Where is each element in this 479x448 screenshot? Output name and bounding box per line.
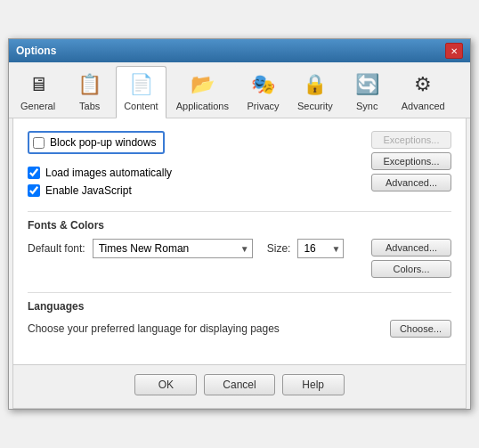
block-popup-row: Block pop-up windows xyxy=(28,131,165,154)
size-select-wrapper: 16 12 14 18 20 ▼ xyxy=(297,239,344,258)
load-images-label: Load images automatically xyxy=(45,167,172,179)
tab-content-label: Content xyxy=(124,101,158,111)
title-bar: Options ✕ xyxy=(9,39,470,62)
tab-privacy[interactable]: 🎭 Privacy xyxy=(239,66,288,118)
fonts-advanced-button[interactable]: Advanced... xyxy=(371,239,451,257)
tab-advanced[interactable]: ⚙ Advanced xyxy=(394,66,453,118)
tab-security-label: Security xyxy=(297,101,333,111)
tab-applications-label: Applications xyxy=(176,101,229,111)
tab-security[interactable]: 🔒 Security xyxy=(289,66,341,118)
checkboxes-group: Block pop-up windows Load images automat… xyxy=(28,131,371,197)
tab-applications[interactable]: 📂 Applications xyxy=(168,66,237,118)
tab-advanced-label: Advanced xyxy=(402,101,445,111)
options-window: Options ✕ 🖥 General 📋 Tabs 📄 Content 📂 A… xyxy=(8,38,471,410)
title-bar-controls: ✕ xyxy=(445,43,463,59)
cancel-button[interactable]: Cancel xyxy=(204,374,274,395)
font-select-wrapper: Times New Roman Arial Helvetica Georgia … xyxy=(93,239,253,258)
advanced-icon: ⚙ xyxy=(409,70,437,99)
exceptions-disabled-button: Exceptions... xyxy=(371,131,451,149)
tab-tabs[interactable]: 📋 Tabs xyxy=(65,66,114,118)
fonts-colors-title: Fonts & Colors xyxy=(28,219,451,232)
size-select[interactable]: 16 12 14 18 20 xyxy=(297,239,344,258)
right-buttons-group: Exceptions... Exceptions... Advanced... xyxy=(371,131,451,191)
languages-row: Choose your preferred language for displ… xyxy=(28,320,451,338)
languages-title: Languages xyxy=(28,300,451,313)
advanced-content-button[interactable]: Advanced... xyxy=(371,174,451,191)
languages-description: Choose your preferred language for displ… xyxy=(28,322,280,335)
exceptions-button[interactable]: Exceptions... xyxy=(371,152,451,170)
font-row: Default font: Times New Roman Arial Helv… xyxy=(28,239,344,258)
window-title: Options xyxy=(16,45,56,57)
fonts-left: Default font: Times New Roman Arial Helv… xyxy=(28,239,344,262)
checkboxes-section: Block pop-up windows Load images automat… xyxy=(28,131,451,197)
colors-button[interactable]: Colors... xyxy=(371,260,451,278)
sync-icon: 🔄 xyxy=(353,70,381,99)
divider2 xyxy=(28,292,451,293)
tab-sync-label: Sync xyxy=(356,101,378,111)
ok-button[interactable]: OK xyxy=(134,374,197,395)
tab-tabs-label: Tabs xyxy=(79,101,100,111)
privacy-icon: 🎭 xyxy=(249,70,278,99)
default-font-label: Default font: xyxy=(28,242,85,255)
enable-js-checkbox[interactable] xyxy=(28,184,40,197)
toolbar: 🖥 General 📋 Tabs 📄 Content 📂 Application… xyxy=(9,62,470,118)
choose-button[interactable]: Choose... xyxy=(390,320,451,338)
tab-content[interactable]: 📄 Content xyxy=(116,66,166,118)
general-icon: 🖥 xyxy=(24,70,53,99)
content-icon: 📄 xyxy=(126,70,155,99)
content-panel: Block pop-up windows Load images automat… xyxy=(12,118,467,365)
enable-js-label: Enable JavaScript xyxy=(45,184,132,197)
footer: OK Cancel Help xyxy=(12,365,467,409)
tab-general[interactable]: 🖥 General xyxy=(12,66,63,118)
block-popup-label: Block pop-up windows xyxy=(50,136,156,149)
load-images-checkbox[interactable] xyxy=(28,167,40,179)
block-popup-checkbox[interactable] xyxy=(33,137,45,149)
size-label: Size: xyxy=(267,242,291,255)
close-button[interactable]: ✕ xyxy=(445,43,463,59)
tab-sync[interactable]: 🔄 Sync xyxy=(343,66,392,118)
languages-section: Languages Choose your preferred language… xyxy=(28,300,451,338)
font-select[interactable]: Times New Roman Arial Helvetica Georgia xyxy=(93,239,253,258)
enable-js-row: Enable JavaScript xyxy=(28,184,371,197)
tab-general-label: General xyxy=(20,101,55,111)
applications-icon: 📂 xyxy=(188,70,216,99)
divider1 xyxy=(28,211,451,212)
tab-privacy-label: Privacy xyxy=(247,101,279,111)
fonts-right-buttons: Advanced... Colors... xyxy=(371,239,451,278)
load-images-row: Load images automatically xyxy=(28,167,371,179)
tabs-icon: 📋 xyxy=(76,70,104,99)
fonts-colors-section: Fonts & Colors Default font: Times New R… xyxy=(28,219,451,278)
security-icon: 🔒 xyxy=(301,70,329,99)
help-button[interactable]: Help xyxy=(282,374,345,395)
